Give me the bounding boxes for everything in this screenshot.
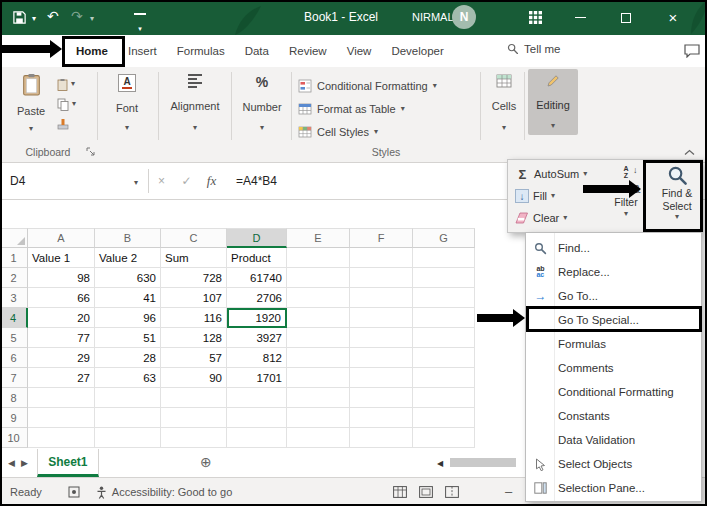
cell-g6[interactable] [413, 348, 475, 368]
cell-b3[interactable]: 41 [95, 288, 161, 308]
cell-d3[interactable]: 2706 [227, 288, 287, 308]
column-header-a[interactable]: A [28, 228, 95, 248]
clear-button[interactable]: Clear ▾ [515, 208, 603, 228]
ribbon-display-options-icon[interactable] [529, 11, 542, 24]
cell-c2[interactable]: 728 [161, 268, 227, 288]
cell-e10[interactable] [287, 428, 350, 448]
cell-c3[interactable]: 107 [161, 288, 227, 308]
cell-a3[interactable]: 66 [28, 288, 95, 308]
cell-g10[interactable] [413, 428, 475, 448]
cell-a7[interactable]: 27 [28, 368, 95, 388]
name-box-dropdown-icon[interactable]: ▾ [134, 179, 138, 187]
tab-home[interactable]: Home [66, 35, 118, 67]
cell-b6[interactable]: 28 [95, 348, 161, 368]
cell-f5[interactable] [350, 328, 413, 348]
formula-value[interactable]: =A4*B4 [236, 174, 277, 188]
cell-c5[interactable]: 128 [161, 328, 227, 348]
cell-a8[interactable] [28, 388, 95, 408]
cell-a1[interactable]: Value 1 [28, 248, 95, 268]
cell-a6[interactable]: 29 [28, 348, 95, 368]
cell-a10[interactable] [28, 428, 95, 448]
cell-a9[interactable] [28, 408, 95, 428]
row-header-2[interactable]: 2 [0, 268, 28, 288]
menu-item-select-objects[interactable]: Select Objects [526, 452, 701, 476]
cell-g5[interactable] [413, 328, 475, 348]
cells-group-button[interactable]: Cells ▾ [484, 70, 524, 136]
tell-me[interactable]: Tell me [507, 43, 560, 55]
paste-options-button[interactable]: ▾ [57, 75, 93, 93]
menu-item-go-to[interactable]: →Go To... [526, 284, 701, 308]
redo-icon[interactable]: ↷ [71, 8, 83, 24]
cell-b4[interactable]: 96 [95, 308, 161, 328]
insert-function-icon[interactable]: fx [199, 173, 224, 189]
page-layout-view-icon[interactable] [419, 486, 433, 498]
tab-insert[interactable]: Insert [118, 35, 167, 67]
cell-c9[interactable] [161, 408, 227, 428]
autosum-button[interactable]: Σ AutoSum ▾ [515, 164, 603, 184]
row-header-3[interactable]: 3 [0, 288, 28, 308]
cell-b2[interactable]: 630 [95, 268, 161, 288]
font-group-button[interactable]: A Font ▾ [103, 70, 151, 136]
cell-styles-button[interactable]: Cell Styles ▾ [298, 121, 476, 142]
cell-c4[interactable]: 116 [161, 308, 227, 328]
row-header-1[interactable]: 1 [0, 248, 28, 268]
customize-quick-access-icon[interactable]: ▾ [134, 13, 146, 35]
tab-data[interactable]: Data [235, 35, 279, 67]
cell-a2[interactable]: 98 [28, 268, 95, 288]
undo-icon[interactable]: ↶ [47, 8, 59, 24]
cell-c7[interactable]: 90 [161, 368, 227, 388]
clipboard-dialog-launcher-icon[interactable] [86, 147, 96, 157]
cell-b8[interactable] [95, 388, 161, 408]
cell-e3[interactable] [287, 288, 350, 308]
row-header-4[interactable]: 4 [0, 308, 28, 328]
cell-g7[interactable] [413, 368, 475, 388]
menu-item-go-to-special[interactable]: Go To Special... [526, 308, 701, 332]
cell-d7[interactable]: 1701 [227, 368, 287, 388]
row-header-5[interactable]: 5 [0, 328, 28, 348]
column-header-e[interactable]: E [287, 228, 350, 248]
save-icon[interactable] [12, 10, 27, 25]
menu-item-find[interactable]: Find... [526, 236, 701, 260]
cell-b1[interactable]: Value 2 [95, 248, 161, 268]
cell-e6[interactable] [287, 348, 350, 368]
cell-g2[interactable] [413, 268, 475, 288]
menu-item-data-validation[interactable]: Data Validation [526, 428, 701, 452]
save-dropdown-icon[interactable]: ▾ [32, 15, 36, 23]
collapse-ribbon-icon[interactable] [684, 149, 695, 156]
cell-b9[interactable] [95, 408, 161, 428]
menu-item-comments[interactable]: Comments [526, 356, 701, 380]
normal-view-icon[interactable] [393, 486, 407, 498]
editing-group-button[interactable]: Editing ▾ [528, 69, 578, 135]
cell-f6[interactable] [350, 348, 413, 368]
menu-item-formulas[interactable]: Formulas [526, 332, 701, 356]
tab-formulas[interactable]: Formulas [167, 35, 235, 67]
cell-f10[interactable] [350, 428, 413, 448]
column-header-b[interactable]: B [95, 228, 161, 248]
row-header-7[interactable]: 7 [0, 368, 28, 388]
cell-e9[interactable] [287, 408, 350, 428]
menu-item-selection-pane[interactable]: Selection Pane... [526, 476, 701, 500]
sheet-nav-right-icon[interactable]: ▶ [21, 458, 28, 468]
name-box[interactable]: D4 ▾ [0, 163, 148, 199]
tab-developer[interactable]: Developer [381, 35, 453, 67]
alignment-group-button[interactable]: Alignment ▾ [164, 70, 226, 136]
cell-d2[interactable]: 61740 [227, 268, 287, 288]
redo-dropdown-icon[interactable]: ▾ [90, 15, 94, 23]
cell-f9[interactable] [350, 408, 413, 428]
zoom-out-button[interactable]: – [505, 484, 512, 499]
cell-e7[interactable] [287, 368, 350, 388]
column-header-d[interactable]: D [227, 228, 287, 248]
select-all-button[interactable] [0, 228, 28, 248]
column-header-g[interactable]: G [413, 228, 475, 248]
macro-record-icon[interactable] [68, 486, 80, 498]
column-header-c[interactable]: C [161, 228, 227, 248]
cell-e4[interactable] [287, 308, 350, 328]
hscroll-left-icon[interactable]: ◀ [437, 459, 443, 468]
tab-review[interactable]: Review [279, 35, 337, 67]
row-header-6[interactable]: 6 [0, 348, 28, 368]
menu-item-constants[interactable]: Constants [526, 404, 701, 428]
cell-b7[interactable]: 63 [95, 368, 161, 388]
cell-f1[interactable] [350, 248, 413, 268]
cancel-icon[interactable]: × [149, 174, 174, 188]
cell-f2[interactable] [350, 268, 413, 288]
